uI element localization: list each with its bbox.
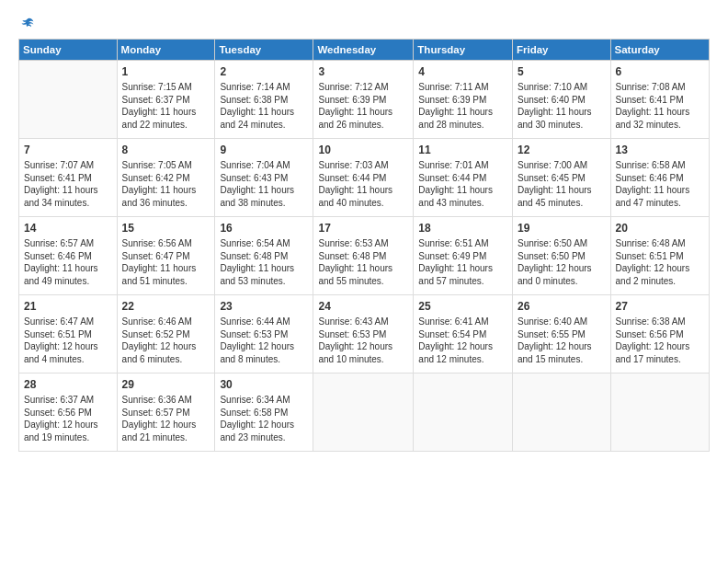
day-info: and 4 minutes. [24, 353, 112, 366]
day-number: 8 [122, 143, 210, 157]
day-info: Sunrise: 6:50 AM [518, 237, 606, 250]
logo-bird-icon [20, 17, 35, 31]
day-info: Sunset: 6:44 PM [418, 172, 507, 185]
day-info: Sunrise: 7:15 AM [122, 81, 210, 94]
day-info: Sunset: 6:38 PM [220, 94, 308, 107]
day-number: 22 [122, 299, 210, 314]
day-info: Sunrise: 6:51 AM [418, 237, 507, 250]
day-info: Sunrise: 6:44 AM [220, 316, 308, 328]
day-info: Daylight: 12 hours [616, 340, 704, 353]
day-number: 26 [518, 299, 606, 314]
calendar-cell: 28Sunrise: 6:37 AMSunset: 6:56 PMDayligh… [19, 373, 118, 452]
day-info: Sunset: 6:56 PM [616, 328, 704, 341]
day-info: Daylight: 11 hours [24, 184, 112, 197]
day-header-sunday: Sunday [19, 40, 118, 61]
calendar-cell [610, 373, 709, 452]
calendar-cell: 23Sunrise: 6:44 AMSunset: 6:53 PMDayligh… [215, 295, 313, 373]
day-info: Sunrise: 7:11 AM [418, 81, 507, 94]
day-info: Sunset: 6:51 PM [616, 250, 704, 263]
day-info: and 51 minutes. [122, 275, 210, 288]
calendar-week-4: 21Sunrise: 6:47 AMSunset: 6:51 PMDayligh… [19, 295, 710, 373]
day-info: Daylight: 12 hours [518, 262, 606, 275]
day-info: Sunrise: 6:56 AM [122, 237, 210, 250]
day-info: Daylight: 11 hours [220, 262, 308, 275]
calendar-header-row: SundayMondayTuesdayWednesdayThursdayFrid… [19, 40, 710, 61]
calendar-cell: 15Sunrise: 6:56 AMSunset: 6:47 PMDayligh… [117, 217, 215, 295]
day-info: and 10 minutes. [318, 353, 408, 366]
day-info: Sunrise: 6:37 AM [24, 394, 112, 407]
calendar-cell: 6Sunrise: 7:08 AMSunset: 6:41 PMDaylight… [610, 61, 709, 139]
calendar-week-5: 28Sunrise: 6:37 AMSunset: 6:56 PMDayligh… [19, 373, 710, 452]
day-number: 2 [220, 64, 308, 79]
day-number: 20 [616, 221, 704, 236]
calendar-cell: 1Sunrise: 7:15 AMSunset: 6:37 PMDaylight… [117, 61, 215, 139]
calendar-cell: 12Sunrise: 7:00 AMSunset: 6:45 PMDayligh… [513, 139, 611, 217]
day-info: Daylight: 12 hours [518, 340, 606, 353]
day-info: Sunset: 6:41 PM [24, 172, 112, 185]
day-number: 15 [122, 221, 210, 236]
day-number: 6 [616, 64, 704, 79]
calendar-cell: 13Sunrise: 6:58 AMSunset: 6:46 PMDayligh… [610, 139, 709, 217]
day-info: and 15 minutes. [518, 353, 606, 366]
day-info: Sunrise: 6:48 AM [616, 237, 704, 250]
day-info: Daylight: 12 hours [122, 340, 210, 353]
day-info: Sunrise: 7:01 AM [418, 159, 507, 172]
day-info: Daylight: 11 hours [418, 262, 507, 275]
day-number: 5 [518, 64, 606, 79]
day-info: and 19 minutes. [24, 431, 112, 444]
day-number: 11 [418, 143, 507, 157]
calendar-cell: 21Sunrise: 6:47 AMSunset: 6:51 PMDayligh… [19, 295, 118, 373]
calendar-cell: 4Sunrise: 7:11 AMSunset: 6:39 PMDaylight… [414, 61, 513, 139]
calendar-cell: 20Sunrise: 6:48 AMSunset: 6:51 PMDayligh… [610, 217, 709, 295]
day-number: 10 [318, 143, 408, 157]
day-info: and 49 minutes. [24, 275, 112, 288]
day-info: Daylight: 11 hours [418, 184, 507, 197]
day-number: 12 [518, 143, 606, 157]
day-info: Sunset: 6:53 PM [220, 328, 308, 341]
day-info: and 53 minutes. [220, 275, 308, 288]
day-info: Daylight: 12 hours [318, 340, 408, 353]
calendar-cell: 27Sunrise: 6:38 AMSunset: 6:56 PMDayligh… [610, 295, 709, 373]
day-number: 25 [418, 299, 507, 314]
day-header-tuesday: Tuesday [215, 40, 313, 61]
day-number: 9 [220, 143, 308, 157]
day-info: Sunrise: 6:40 AM [518, 316, 606, 328]
day-info: Sunset: 6:51 PM [24, 328, 112, 341]
day-info: and 17 minutes. [616, 353, 704, 366]
day-info: Sunset: 6:40 PM [518, 94, 606, 107]
day-info: Sunset: 6:43 PM [220, 172, 308, 185]
day-info: and 47 minutes. [616, 197, 704, 210]
day-number: 24 [318, 299, 408, 314]
day-info: and 30 minutes. [518, 119, 606, 132]
calendar-cell: 5Sunrise: 7:10 AMSunset: 6:40 PMDaylight… [513, 61, 611, 139]
day-info: and 24 minutes. [220, 119, 308, 132]
day-info: Sunrise: 7:07 AM [24, 159, 112, 172]
day-info: Sunset: 6:57 PM [122, 407, 210, 419]
day-info: Daylight: 11 hours [318, 106, 408, 119]
day-header-saturday: Saturday [610, 40, 709, 61]
calendar-cell: 26Sunrise: 6:40 AMSunset: 6:55 PMDayligh… [513, 295, 611, 373]
day-info: Sunrise: 6:54 AM [220, 237, 308, 250]
day-info: Sunset: 6:48 PM [318, 250, 408, 263]
day-info: and 8 minutes. [220, 353, 308, 366]
day-info: and 36 minutes. [122, 197, 210, 210]
day-info: Daylight: 12 hours [418, 340, 507, 353]
day-info: Sunrise: 6:41 AM [418, 316, 507, 328]
day-info: Daylight: 11 hours [122, 262, 210, 275]
day-info: and 21 minutes. [122, 431, 210, 444]
day-info: and 2 minutes. [616, 275, 704, 288]
day-info: Sunset: 6:54 PM [418, 328, 507, 341]
day-info: Sunset: 6:58 PM [220, 407, 308, 419]
day-info: Sunrise: 6:46 AM [122, 316, 210, 328]
day-number: 18 [418, 221, 507, 236]
day-number: 28 [24, 377, 112, 392]
day-info: Sunrise: 7:04 AM [220, 159, 308, 172]
day-info: Daylight: 11 hours [318, 262, 408, 275]
day-info: Sunrise: 7:00 AM [518, 159, 606, 172]
day-info: Sunset: 6:55 PM [518, 328, 606, 341]
calendar-week-2: 7Sunrise: 7:07 AMSunset: 6:41 PMDaylight… [19, 139, 710, 217]
header [18, 17, 710, 33]
day-info: Sunset: 6:53 PM [318, 328, 408, 341]
day-info: Sunset: 6:48 PM [220, 250, 308, 263]
day-info: Daylight: 12 hours [220, 419, 308, 431]
